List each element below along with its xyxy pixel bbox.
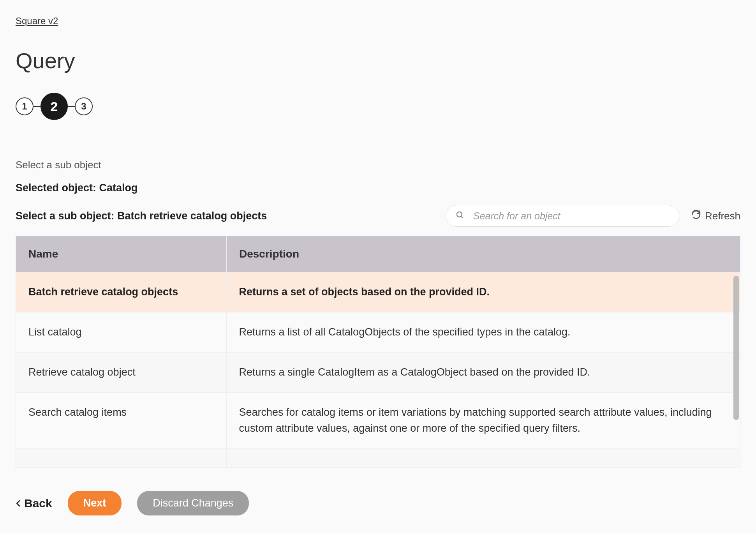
cell-name <box>16 449 226 468</box>
step-connector <box>68 106 75 107</box>
column-header-description[interactable]: Description <box>226 236 740 272</box>
chevron-left-icon <box>16 497 21 510</box>
instruction-text: Select a sub object <box>16 159 740 171</box>
scrollbar-thumb[interactable] <box>733 276 739 420</box>
cell-description: Returns a single CatalogItem as a Catalo… <box>226 352 740 392</box>
table-row[interactable]: Batch retrieve catalog objects Returns a… <box>16 272 740 312</box>
table-row[interactable]: List catalog Returns a list of all Catal… <box>16 312 740 352</box>
table-row[interactable] <box>16 449 740 468</box>
search-wrap <box>446 205 679 227</box>
cell-description: Returns a list of all CatalogObjects of … <box>226 312 740 352</box>
cell-name: List catalog <box>16 312 226 352</box>
selected-object-label: Selected object: Catalog <box>16 182 740 194</box>
wizard-footer: Back Next Discard Changes <box>16 491 740 515</box>
step-2[interactable]: 2 <box>41 93 68 120</box>
search-input[interactable] <box>446 205 679 227</box>
table-row[interactable]: Search catalog items Searches for catalo… <box>16 392 740 449</box>
next-button[interactable]: Next <box>68 491 122 515</box>
step-1[interactable]: 1 <box>16 97 33 115</box>
refresh-label: Refresh <box>705 210 740 222</box>
objects-table: Name Description Batch retrieve catalog … <box>16 236 740 468</box>
step-3[interactable]: 3 <box>75 97 93 115</box>
objects-table-container: Name Description Batch retrieve catalog … <box>16 236 740 468</box>
back-button[interactable]: Back <box>16 497 52 510</box>
search-icon <box>456 211 464 221</box>
cell-name: Batch retrieve catalog objects <box>16 272 226 312</box>
cell-description: Returns a set of objects based on the pr… <box>226 272 740 312</box>
wizard-stepper: 1 2 3 <box>16 93 740 120</box>
page-title: Query <box>16 48 740 73</box>
cell-name: Search catalog items <box>16 392 226 449</box>
scrollbar[interactable] <box>732 276 740 468</box>
svg-line-1 <box>461 216 463 219</box>
breadcrumb-link[interactable]: Square v2 <box>16 16 58 26</box>
column-header-name[interactable]: Name <box>16 236 226 272</box>
back-label: Back <box>24 497 52 510</box>
discard-button[interactable]: Discard Changes <box>137 491 249 515</box>
table-row[interactable]: Retrieve catalog object Returns a single… <box>16 352 740 392</box>
step-connector <box>33 106 41 107</box>
cell-name: Retrieve catalog object <box>16 352 226 392</box>
cell-description: Searches for catalog items or item varia… <box>226 392 740 449</box>
sub-object-label: Select a sub object: Batch retrieve cata… <box>16 210 267 222</box>
cell-description <box>226 449 740 468</box>
refresh-button[interactable]: Refresh <box>691 210 740 222</box>
svg-point-0 <box>457 212 462 217</box>
refresh-icon <box>691 210 701 222</box>
